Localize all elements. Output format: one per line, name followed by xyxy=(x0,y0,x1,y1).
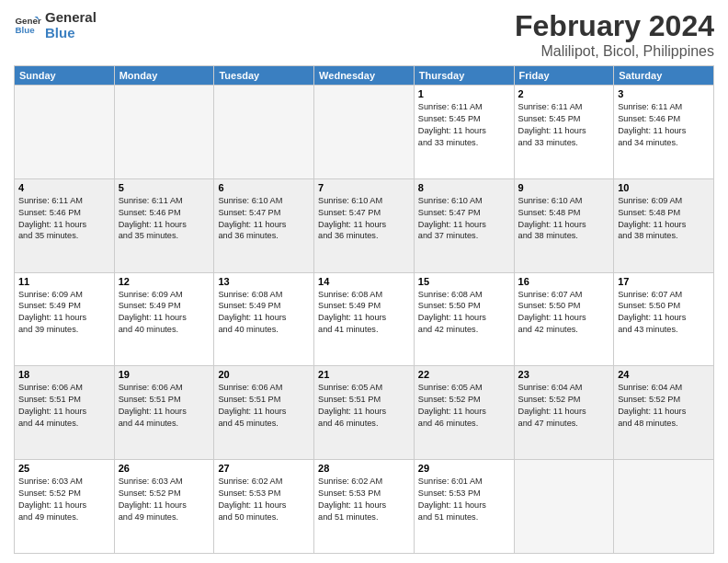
day-number: 12 xyxy=(119,276,210,287)
day-number: 25 xyxy=(18,463,110,474)
day-info: Sunrise: 6:10 AMSunset: 5:48 PMDaylight:… xyxy=(518,195,610,243)
day-number: 22 xyxy=(418,369,510,380)
day-info: Sunrise: 6:01 AMSunset: 5:53 PMDaylight:… xyxy=(418,476,510,523)
day-info: Sunrise: 6:10 AMSunset: 5:47 PMDaylight:… xyxy=(218,195,310,243)
logo-text: General Blue xyxy=(45,9,97,40)
calendar-cell: 28Sunrise: 6:02 AMSunset: 5:53 PMDayligh… xyxy=(314,460,415,554)
weekday-sunday: Sunday xyxy=(15,66,115,86)
day-info: Sunrise: 6:09 AMSunset: 5:48 PMDaylight:… xyxy=(618,195,710,243)
calendar-cell: 9Sunrise: 6:10 AMSunset: 5:48 PMDaylight… xyxy=(514,178,614,272)
calendar-cell: 5Sunrise: 6:11 AMSunset: 5:46 PMDaylight… xyxy=(114,178,214,272)
calendar-cell: 16Sunrise: 6:07 AMSunset: 5:50 PMDayligh… xyxy=(514,272,614,366)
day-info: Sunrise: 6:05 AMSunset: 5:51 PMDaylight:… xyxy=(318,382,410,430)
day-info: Sunrise: 6:09 AMSunset: 5:49 PMDaylight:… xyxy=(18,289,110,337)
calendar-cell: 17Sunrise: 6:07 AMSunset: 5:50 PMDayligh… xyxy=(614,272,714,366)
day-number: 7 xyxy=(318,182,410,193)
weekday-saturday: Saturday xyxy=(614,66,714,86)
day-number: 6 xyxy=(218,182,310,193)
calendar-cell: 13Sunrise: 6:08 AMSunset: 5:49 PMDayligh… xyxy=(214,272,314,366)
calendar-cell xyxy=(614,460,714,554)
calendar-cell: 25Sunrise: 6:03 AMSunset: 5:52 PMDayligh… xyxy=(15,460,115,554)
day-number: 19 xyxy=(119,369,210,380)
calendar-cell: 24Sunrise: 6:04 AMSunset: 5:52 PMDayligh… xyxy=(614,366,714,460)
day-number: 16 xyxy=(518,276,610,287)
weekday-tuesday: Tuesday xyxy=(214,66,314,86)
calendar-cell: 27Sunrise: 6:02 AMSunset: 5:53 PMDayligh… xyxy=(214,460,314,554)
day-info: Sunrise: 6:06 AMSunset: 5:51 PMDaylight:… xyxy=(218,382,310,430)
weekday-wednesday: Wednesday xyxy=(314,66,415,86)
month-title: February 2024 xyxy=(515,9,714,43)
day-info: Sunrise: 6:08 AMSunset: 5:49 PMDaylight:… xyxy=(218,289,310,337)
calendar-cell xyxy=(114,86,214,179)
day-number: 10 xyxy=(618,182,710,193)
day-number: 28 xyxy=(318,463,410,474)
day-number: 29 xyxy=(418,463,510,474)
day-info: Sunrise: 6:03 AMSunset: 5:52 PMDaylight:… xyxy=(119,476,210,523)
calendar-cell xyxy=(314,86,415,179)
calendar-cell: 14Sunrise: 6:08 AMSunset: 5:49 PMDayligh… xyxy=(314,272,415,366)
day-number: 4 xyxy=(18,182,110,193)
day-number: 11 xyxy=(18,276,110,287)
day-number: 8 xyxy=(418,182,510,193)
day-info: Sunrise: 6:08 AMSunset: 5:50 PMDaylight:… xyxy=(418,289,510,337)
svg-text:Blue: Blue xyxy=(16,25,36,35)
calendar-cell: 11Sunrise: 6:09 AMSunset: 5:49 PMDayligh… xyxy=(15,272,115,366)
day-info: Sunrise: 6:04 AMSunset: 5:52 PMDaylight:… xyxy=(618,382,710,430)
day-info: Sunrise: 6:05 AMSunset: 5:52 PMDaylight:… xyxy=(418,382,510,430)
day-number: 13 xyxy=(218,276,310,287)
day-info: Sunrise: 6:10 AMSunset: 5:47 PMDaylight:… xyxy=(318,195,410,243)
logo-icon: General Blue xyxy=(14,11,41,39)
calendar-cell: 10Sunrise: 6:09 AMSunset: 5:48 PMDayligh… xyxy=(614,178,714,272)
day-info: Sunrise: 6:10 AMSunset: 5:47 PMDaylight:… xyxy=(418,195,510,243)
calendar-cell xyxy=(15,86,115,179)
day-info: Sunrise: 6:11 AMSunset: 5:46 PMDaylight:… xyxy=(618,101,710,149)
day-number: 14 xyxy=(318,276,410,287)
week-row-5: 25Sunrise: 6:03 AMSunset: 5:52 PMDayligh… xyxy=(15,460,714,554)
title-area: February 2024 Malilipot, Bicol, Philippi… xyxy=(515,9,714,60)
calendar-cell xyxy=(214,86,314,179)
day-number: 23 xyxy=(518,369,610,380)
day-info: Sunrise: 6:02 AMSunset: 5:53 PMDaylight:… xyxy=(218,476,310,523)
day-number: 21 xyxy=(318,369,410,380)
day-number: 24 xyxy=(618,369,710,380)
week-row-1: 1Sunrise: 6:11 AMSunset: 5:45 PMDaylight… xyxy=(15,86,714,179)
calendar-cell: 22Sunrise: 6:05 AMSunset: 5:52 PMDayligh… xyxy=(414,366,514,460)
day-number: 18 xyxy=(18,369,110,380)
calendar-cell: 12Sunrise: 6:09 AMSunset: 5:49 PMDayligh… xyxy=(114,272,214,366)
calendar-cell: 7Sunrise: 6:10 AMSunset: 5:47 PMDaylight… xyxy=(314,178,415,272)
day-info: Sunrise: 6:07 AMSunset: 5:50 PMDaylight:… xyxy=(518,289,610,337)
calendar-cell: 20Sunrise: 6:06 AMSunset: 5:51 PMDayligh… xyxy=(214,366,314,460)
calendar-table: SundayMondayTuesdayWednesdayThursdayFrid… xyxy=(14,65,714,554)
calendar-cell: 29Sunrise: 6:01 AMSunset: 5:53 PMDayligh… xyxy=(414,460,514,554)
day-number: 26 xyxy=(119,463,210,474)
calendar-cell xyxy=(514,460,614,554)
location-title: Malilipot, Bicol, Philippines xyxy=(515,43,714,60)
calendar-cell: 2Sunrise: 6:11 AMSunset: 5:45 PMDaylight… xyxy=(514,86,614,179)
weekday-header-row: SundayMondayTuesdayWednesdayThursdayFrid… xyxy=(15,66,714,86)
logo: General Blue General Blue xyxy=(14,9,97,40)
day-info: Sunrise: 6:07 AMSunset: 5:50 PMDaylight:… xyxy=(618,289,710,337)
day-number: 2 xyxy=(518,88,610,99)
day-info: Sunrise: 6:04 AMSunset: 5:52 PMDaylight:… xyxy=(518,382,610,430)
day-number: 17 xyxy=(618,276,710,287)
weekday-monday: Monday xyxy=(114,66,214,86)
calendar-cell: 6Sunrise: 6:10 AMSunset: 5:47 PMDaylight… xyxy=(214,178,314,272)
calendar-cell: 18Sunrise: 6:06 AMSunset: 5:51 PMDayligh… xyxy=(15,366,115,460)
page: General Blue General Blue February 2024 … xyxy=(0,0,728,563)
day-info: Sunrise: 6:03 AMSunset: 5:52 PMDaylight:… xyxy=(18,476,110,523)
day-info: Sunrise: 6:11 AMSunset: 5:45 PMDaylight:… xyxy=(518,101,610,149)
calendar-body: 1Sunrise: 6:11 AMSunset: 5:45 PMDaylight… xyxy=(15,86,714,554)
day-info: Sunrise: 6:02 AMSunset: 5:53 PMDaylight:… xyxy=(318,476,410,523)
calendar-cell: 8Sunrise: 6:10 AMSunset: 5:47 PMDaylight… xyxy=(414,178,514,272)
day-info: Sunrise: 6:08 AMSunset: 5:49 PMDaylight:… xyxy=(318,289,410,337)
weekday-friday: Friday xyxy=(514,66,614,86)
day-number: 27 xyxy=(218,463,310,474)
day-info: Sunrise: 6:11 AMSunset: 5:46 PMDaylight:… xyxy=(18,195,110,243)
calendar-cell: 3Sunrise: 6:11 AMSunset: 5:46 PMDaylight… xyxy=(614,86,714,179)
calendar-cell: 15Sunrise: 6:08 AMSunset: 5:50 PMDayligh… xyxy=(414,272,514,366)
day-number: 5 xyxy=(119,182,210,193)
calendar-cell: 21Sunrise: 6:05 AMSunset: 5:51 PMDayligh… xyxy=(314,366,415,460)
day-number: 1 xyxy=(418,88,510,99)
header: General Blue General Blue February 2024 … xyxy=(14,9,714,60)
calendar-cell: 4Sunrise: 6:11 AMSunset: 5:46 PMDaylight… xyxy=(15,178,115,272)
